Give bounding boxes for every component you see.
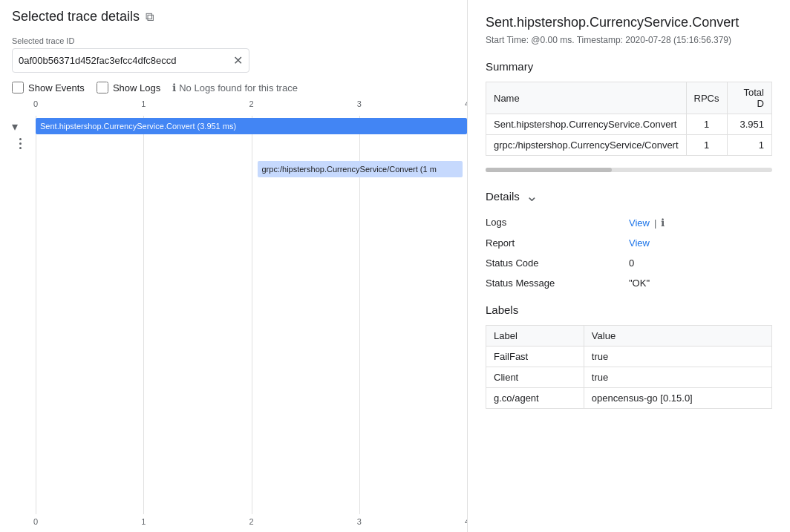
timeline-row-1[interactable]: ▾ Sent.hipstershop.CurrencyService.Conve… [12, 116, 467, 137]
axis-top-0: 0 [33, 99, 38, 108]
summary-col-rpcs: RPCs [686, 82, 727, 114]
no-logs-info: ℹ No Logs found for this trace [172, 82, 298, 93]
details-chevron-icon[interactable]: ⌄ [526, 187, 538, 205]
service-title: Sent.hipstershop.CurrencyService.Convert [486, 15, 772, 30]
summary-row-2: grpc:/hipstershop.CurrencyService/Conver… [486, 135, 772, 156]
summary-row2-totald: 1 [727, 135, 771, 156]
axis-bottom-3: 3 [357, 517, 362, 526]
dot-3 [19, 147, 22, 149]
row1-indent: ▾ [12, 119, 36, 134]
axis-bottom-4: 4 [465, 517, 467, 526]
axis-top-3: 3 [357, 99, 362, 108]
info-icon: ℹ [172, 82, 176, 93]
labels-col-value: Value [584, 326, 771, 347]
timeline-row-2[interactable]: grpc:/hipstershop.CurrencyService/Conver… [12, 159, 467, 180]
report-label: Report [486, 237, 629, 249]
row1-bar-area: Sent.hipstershop.CurrencyService.Convert… [36, 118, 467, 134]
labels-row3-value: opencensus-go [0.15.0] [584, 388, 771, 409]
dot-1 [19, 138, 22, 140]
scrollbar-thumb[interactable] [486, 168, 612, 172]
labels-row-2: Client true [486, 367, 772, 388]
logs-value: View | ℹ [629, 217, 772, 229]
labels-row3-label: g.co/agent [486, 388, 584, 409]
labels-row-1: FailFast true [486, 347, 772, 367]
summary-table: Name RPCs Total D Sent.hipstershop.Curre… [486, 82, 772, 156]
axis-top-2: 2 [249, 99, 253, 108]
axis-top-1: 1 [141, 99, 146, 108]
show-logs-checkbox[interactable] [97, 82, 108, 93]
clear-icon[interactable]: ✕ [233, 53, 243, 68]
report-view-link[interactable]: View [629, 237, 650, 249]
show-events-label[interactable]: Show Events [12, 82, 85, 93]
connector-dots [19, 138, 22, 149]
status-message-label: Status Message [486, 278, 629, 289]
timeline-area: 0 1 2 3 4 ▾ [12, 99, 467, 532]
show-events-checkbox[interactable] [12, 82, 24, 93]
trace-id-label: Selected trace ID [12, 36, 467, 45]
labels-section: Labels Label Value FailFast true Client [486, 303, 772, 409]
controls-row: Show Events Show Logs ℹ No Logs found fo… [12, 82, 467, 93]
labels-row1-value: true [584, 347, 771, 367]
labels-row1-label: FailFast [486, 347, 584, 367]
right-panel: Sent.hipstershop.CurrencyService.Convert… [468, 0, 790, 532]
details-grid: Logs View | ℹ Report View Status Code 0 … [486, 217, 772, 289]
row2-bar-area: grpc:/hipstershop.CurrencyService/Conver… [48, 161, 467, 177]
copy-icon[interactable]: ⧉ [146, 10, 154, 24]
details-header[interactable]: Details ⌄ [486, 187, 772, 205]
trace-bar-main-label: Sent.hipstershop.CurrencyService.Convert… [40, 122, 236, 131]
show-events-text: Show Events [28, 82, 85, 93]
trace-id-section: Selected trace ID ✕ [12, 36, 467, 73]
summary-col-totald: Total D [727, 82, 771, 114]
timeline-axis-bottom: 0 1 2 3 4 [36, 517, 467, 532]
show-logs-label[interactable]: Show Logs [97, 82, 160, 93]
trace-id-input-wrapper: ✕ [12, 48, 249, 73]
no-logs-text: No Logs found for this trace [179, 82, 298, 93]
left-panel: Selected trace details ⧉ Selected trace … [0, 0, 468, 532]
labels-row-3: g.co/agent opencensus-go [0.15.0] [486, 388, 772, 409]
status-code-label: Status Code [486, 257, 629, 269]
start-time: Start Time: @0.00 ms. Timestamp: 2020-07… [486, 35, 772, 45]
labels-title: Labels [486, 303, 772, 316]
summary-row2-rpcs: 1 [686, 135, 727, 156]
status-code-value: 0 [629, 257, 772, 269]
page-title-text: Selected trace details [12, 9, 140, 24]
report-value: View [629, 237, 772, 249]
timeline-axis-top: 0 1 2 3 4 [36, 99, 467, 114]
trace-id-input[interactable] [19, 55, 233, 66]
axis-bottom-0: 0 [33, 517, 38, 526]
logs-label: Logs [486, 217, 629, 229]
logs-pipe: | [654, 217, 656, 229]
chevron-down-icon[interactable]: ▾ [12, 119, 18, 134]
summary-row2-name: grpc:/hipstershop.CurrencyService/Conver… [486, 135, 687, 156]
summary-row1-totald: 3.951 [727, 114, 771, 135]
summary-row1-rpcs: 1 [686, 114, 727, 135]
timeline-content: ▾ Sent.hipstershop.CurrencyService.Conve… [12, 116, 467, 514]
axis-bottom-1: 1 [141, 517, 146, 526]
axis-top-4: 4 [465, 99, 467, 108]
trace-bar-sub[interactable]: grpc:/hipstershop.CurrencyService/Conver… [258, 161, 463, 177]
scrollbar-indicator[interactable] [486, 168, 772, 172]
details-title: Details [486, 190, 520, 203]
summary-col-name: Name [486, 82, 687, 114]
page-title: Selected trace details ⧉ [12, 9, 467, 24]
summary-row1-name: Sent.hipstershop.CurrencyService.Convert [486, 114, 687, 135]
dot-2 [19, 142, 22, 145]
labels-row2-label: Client [486, 367, 584, 388]
summary-row-1: Sent.hipstershop.CurrencyService.Convert… [486, 114, 772, 135]
labels-row2-value: true [584, 367, 771, 388]
status-message-value: "OK" [629, 278, 772, 289]
connector-area [12, 137, 467, 159]
trace-bar-main[interactable]: Sent.hipstershop.CurrencyService.Convert… [36, 118, 467, 134]
summary-title: Summary [486, 60, 772, 73]
axis-bottom-2: 2 [249, 517, 253, 526]
labels-col-label: Label [486, 326, 584, 347]
show-logs-text: Show Logs [113, 82, 160, 93]
labels-table: Label Value FailFast true Client true g.… [486, 325, 772, 409]
logs-info-icon[interactable]: ℹ [661, 217, 665, 229]
trace-bar-sub-label: grpc:/hipstershop.CurrencyService/Conver… [262, 165, 437, 174]
logs-view-link[interactable]: View [629, 217, 650, 229]
